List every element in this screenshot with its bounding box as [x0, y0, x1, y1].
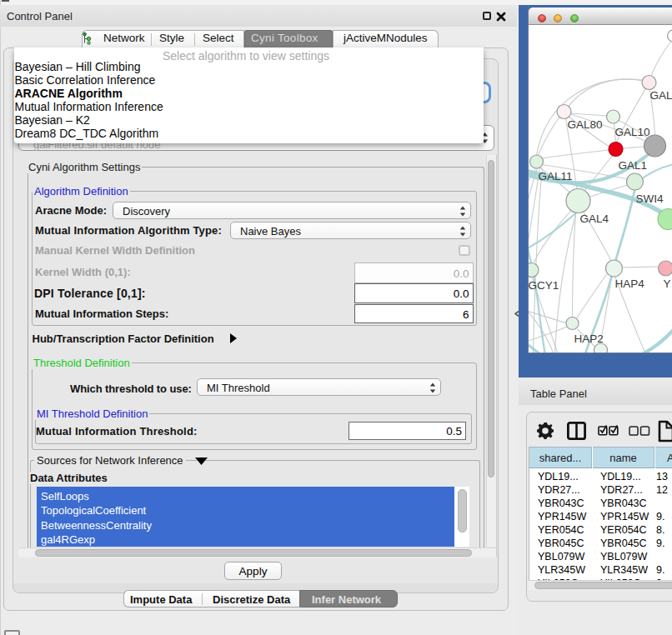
svg-text:HAP2: HAP2: [574, 332, 603, 345]
svg-text:SWI4: SWI4: [635, 192, 663, 205]
svg-text:GAL1: GAL1: [618, 159, 647, 172]
svg-text:GAL80: GAL80: [567, 118, 602, 131]
svg-text:Y: Y: [663, 278, 670, 290]
svg-text:HAP4: HAP4: [614, 278, 644, 290]
svg-text:GAL4: GAL4: [579, 212, 609, 225]
svg-text:GAL2: GAL2: [649, 89, 672, 102]
svg-text:GAL10: GAL10: [614, 126, 649, 138]
svg-text:GCY1: GCY1: [529, 279, 559, 292]
svg-text:GAL11: GAL11: [538, 170, 572, 182]
